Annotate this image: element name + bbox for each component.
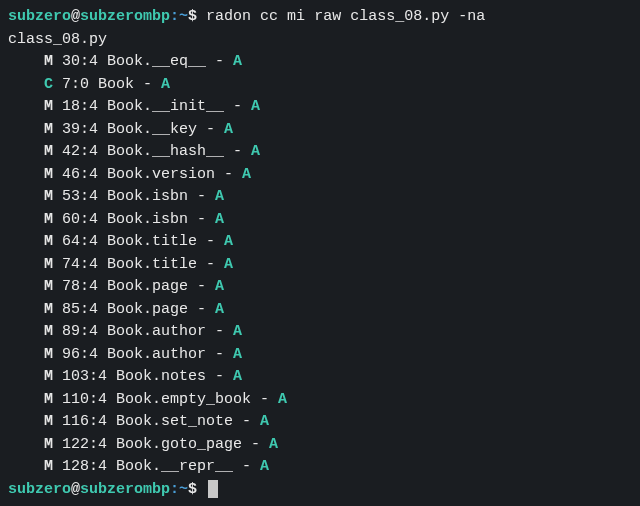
row-grade: A: [260, 458, 269, 475]
row-loc: 103:4: [53, 368, 116, 385]
row-kind: M: [44, 143, 53, 160]
row-name: Book.set_note: [116, 413, 233, 430]
row-name: Book.notes: [116, 368, 206, 385]
row-kind: M: [44, 301, 53, 318]
row-grade: A: [251, 143, 260, 160]
row-dash: -: [188, 301, 215, 318]
row-kind: M: [44, 121, 53, 138]
output-row: M 96:4 Book.author - A: [8, 344, 632, 367]
prompt-at: @: [71, 8, 80, 25]
row-grade: A: [233, 346, 242, 363]
row-kind: M: [44, 166, 53, 183]
row-name: Book.__repr__: [116, 458, 233, 475]
terminal[interactable]: subzero@subzerombp:~$ radon cc mi raw cl…: [0, 0, 640, 506]
row-kind: M: [44, 278, 53, 295]
prompt-host: subzerombp: [80, 481, 170, 498]
command: radon cc mi raw class_08.py -na: [206, 8, 485, 25]
row-kind: M: [44, 53, 53, 70]
row-grade: A: [215, 278, 224, 295]
row-dash: -: [197, 256, 224, 273]
prompt-user: subzero: [8, 8, 71, 25]
row-kind: C: [44, 76, 53, 93]
row-loc: 7:0: [53, 76, 98, 93]
output-row: M 53:4 Book.isbn - A: [8, 186, 632, 209]
row-kind: M: [44, 211, 53, 228]
output-filename-line: class_08.py: [8, 29, 632, 52]
row-kind: M: [44, 323, 53, 340]
row-grade: A: [233, 53, 242, 70]
output-rows: M 30:4 Book.__eq__ - A C 7:0 Book - A M …: [8, 51, 632, 479]
prompt-colon: :: [170, 8, 179, 25]
row-name: Book.page: [107, 278, 188, 295]
row-kind: M: [44, 391, 53, 408]
row-dash: -: [134, 76, 161, 93]
row-name: Book.author: [107, 346, 206, 363]
row-kind: M: [44, 233, 53, 250]
row-dash: -: [224, 98, 251, 115]
row-loc: 110:4: [53, 391, 116, 408]
row-name: Book.isbn: [107, 188, 188, 205]
row-kind: M: [44, 368, 53, 385]
row-loc: 122:4: [53, 436, 116, 453]
prompt-at: @: [71, 481, 80, 498]
row-kind: M: [44, 98, 53, 115]
row-loc: 46:4: [53, 166, 107, 183]
row-kind: M: [44, 436, 53, 453]
row-loc: 78:4: [53, 278, 107, 295]
row-dash: -: [206, 323, 233, 340]
output-row: M 74:4 Book.title - A: [8, 254, 632, 277]
row-loc: 85:4: [53, 301, 107, 318]
row-kind: M: [44, 346, 53, 363]
row-name: Book.version: [107, 166, 215, 183]
cursor-icon: [208, 480, 218, 498]
row-loc: 89:4: [53, 323, 107, 340]
output-row: M 78:4 Book.page - A: [8, 276, 632, 299]
output-row: M 42:4 Book.__hash__ - A: [8, 141, 632, 164]
output-row: M 60:4 Book.isbn - A: [8, 209, 632, 232]
row-loc: 42:4: [53, 143, 107, 160]
row-dash: -: [251, 391, 278, 408]
prompt-path: ~: [179, 481, 188, 498]
row-grade: A: [242, 166, 251, 183]
row-dash: -: [188, 211, 215, 228]
row-grade: A: [224, 121, 233, 138]
row-name: Book.goto_page: [116, 436, 242, 453]
row-loc: 18:4: [53, 98, 107, 115]
row-dash: -: [206, 53, 233, 70]
row-kind: M: [44, 188, 53, 205]
row-dash: -: [215, 166, 242, 183]
output-filename: class_08.py: [8, 31, 107, 48]
prompt-dollar: $: [188, 8, 197, 25]
row-grade: A: [233, 368, 242, 385]
row-dash: -: [224, 143, 251, 160]
row-kind: M: [44, 256, 53, 273]
output-row: M 103:4 Book.notes - A: [8, 366, 632, 389]
row-name: Book.page: [107, 301, 188, 318]
row-dash: -: [242, 436, 269, 453]
row-dash: -: [197, 233, 224, 250]
prompt-colon: :: [170, 481, 179, 498]
row-loc: 116:4: [53, 413, 116, 430]
row-grade: A: [269, 436, 278, 453]
row-grade: A: [233, 323, 242, 340]
output-row: M 39:4 Book.__key - A: [8, 119, 632, 142]
row-dash: -: [188, 278, 215, 295]
row-name: Book.isbn: [107, 211, 188, 228]
row-dash: -: [197, 121, 224, 138]
row-loc: 60:4: [53, 211, 107, 228]
output-row: C 7:0 Book - A: [8, 74, 632, 97]
prompt-dollar: $: [188, 481, 197, 498]
output-row: M 122:4 Book.goto_page - A: [8, 434, 632, 457]
prompt-path: ~: [179, 8, 188, 25]
prompt-line-1: subzero@subzerombp:~$ radon cc mi raw cl…: [8, 6, 632, 29]
row-grade: A: [224, 233, 233, 250]
row-loc: 39:4: [53, 121, 107, 138]
prompt-line-2: subzero@subzerombp:~$: [8, 479, 632, 502]
row-loc: 74:4: [53, 256, 107, 273]
row-name: Book.empty_book: [116, 391, 251, 408]
output-row: M 116:4 Book.set_note - A: [8, 411, 632, 434]
output-row: M 89:4 Book.author - A: [8, 321, 632, 344]
row-grade: A: [278, 391, 287, 408]
row-dash: -: [206, 368, 233, 385]
output-row: M 46:4 Book.version - A: [8, 164, 632, 187]
